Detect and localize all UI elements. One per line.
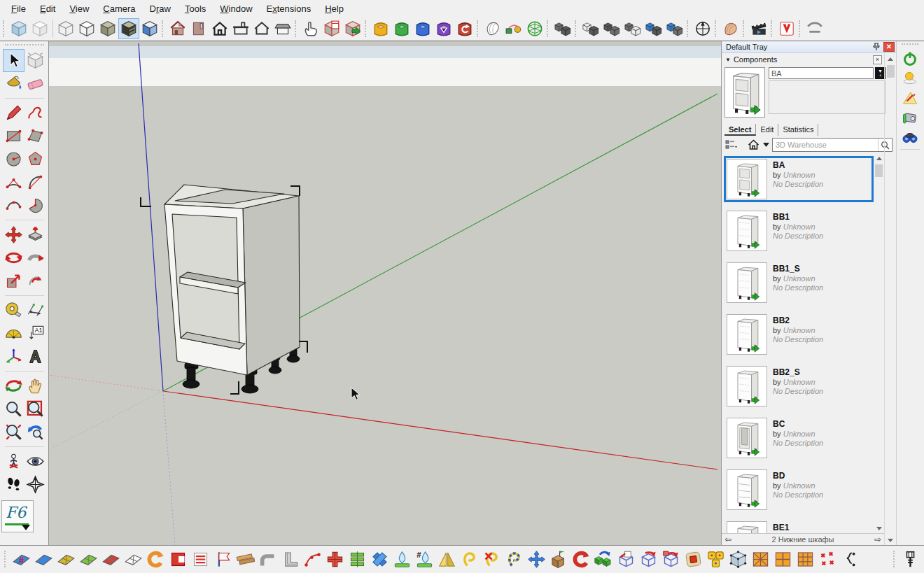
make-component-icon[interactable] xyxy=(24,49,46,72)
toolbar-drag-handle[interactable] xyxy=(5,44,44,48)
box-rotate-icon[interactable] xyxy=(637,548,659,570)
solid-trim-icon[interactable] xyxy=(622,18,643,39)
component-description-box[interactable] xyxy=(769,80,886,114)
model-viewport[interactable] xyxy=(49,41,721,545)
component-name-input[interactable] xyxy=(769,67,874,79)
arc-entities-icon[interactable] xyxy=(503,18,524,39)
sphere-wire-icon[interactable] xyxy=(524,18,545,39)
toolbar-drag-handle[interactable] xyxy=(715,20,718,37)
style-wireframe-icon[interactable] xyxy=(55,18,76,39)
move-blue-icon[interactable] xyxy=(525,548,547,570)
component-list-item[interactable]: BB1_S by Unknown No Description xyxy=(724,260,874,306)
list-scroll-thumb[interactable] xyxy=(875,164,883,177)
arc-2pt-icon[interactable] xyxy=(3,171,24,194)
square-notch-icon[interactable] xyxy=(167,548,189,570)
tray-scroll-up-icon[interactable] xyxy=(886,55,895,64)
follow-me-icon[interactable] xyxy=(24,246,46,269)
tape-measure-icon[interactable] xyxy=(3,299,24,322)
walk-icon[interactable] xyxy=(3,473,24,496)
components-close-icon[interactable]: × xyxy=(873,55,882,64)
arc-icon[interactable] xyxy=(24,171,46,194)
cube-points-icon[interactable] xyxy=(727,548,749,570)
text-3d-icon[interactable] xyxy=(24,345,46,368)
protractor-icon[interactable] xyxy=(3,322,24,345)
drop-icon[interactable] xyxy=(391,548,413,570)
box-paste-icon[interactable] xyxy=(615,548,637,570)
tray-scrollbar[interactable] xyxy=(884,53,896,545)
component-list-item[interactable]: BE1 by Unknown No Description xyxy=(724,518,874,533)
zoom-window-icon[interactable] xyxy=(24,397,46,420)
tab-edit[interactable]: Edit xyxy=(756,124,778,136)
home-button[interactable] xyxy=(747,138,760,152)
tray-close-button[interactable]: ✕ xyxy=(883,42,895,52)
grid-2-icon[interactable] xyxy=(771,548,794,570)
collapse-arrow-icon[interactable]: ▼ xyxy=(725,57,731,63)
plane-hash-icon[interactable]: # xyxy=(10,548,32,570)
toolbar-drag-handle[interactable] xyxy=(743,20,746,37)
cross-red-icon[interactable] xyxy=(323,548,346,570)
position-camera-icon[interactable] xyxy=(3,450,24,473)
plane-gold-icon[interactable] xyxy=(55,548,77,570)
component-list-scrollbar[interactable] xyxy=(874,154,884,533)
vray-icon[interactable] xyxy=(776,18,797,39)
flag-icon[interactable] xyxy=(211,548,234,570)
menu-edit[interactable]: Edit xyxy=(33,1,62,16)
view-front-icon[interactable] xyxy=(412,18,433,39)
style-shaded-textures-icon[interactable] xyxy=(118,18,139,39)
axes-tool-icon[interactable] xyxy=(3,345,24,368)
view-right-icon[interactable] xyxy=(433,18,454,39)
home-dark-icon[interactable] xyxy=(209,18,230,39)
toolbar-drag-handle[interactable] xyxy=(3,20,6,37)
text-tool-icon[interactable]: A1 xyxy=(24,322,46,345)
collection-prev-icon[interactable]: ⇦ xyxy=(724,535,732,544)
solid-intersect-icon[interactable] xyxy=(643,18,664,39)
rectangle-icon[interactable] xyxy=(3,125,24,148)
home-outline-icon[interactable] xyxy=(251,18,272,39)
circle-tool-icon[interactable] xyxy=(3,148,24,171)
plane-green-icon[interactable] xyxy=(77,548,99,570)
pie-icon[interactable] xyxy=(24,194,46,217)
style-shaded-icon[interactable] xyxy=(97,18,118,39)
home-gray-icon[interactable] xyxy=(272,18,293,39)
menu-help[interactable]: Help xyxy=(318,1,351,16)
tab-select[interactable]: Select xyxy=(724,124,756,136)
pad-red-icon[interactable] xyxy=(682,548,704,570)
toolbar-drag-handle[interactable] xyxy=(799,20,802,37)
collection-next-icon[interactable]: ⇨ xyxy=(874,535,881,544)
menu-camera[interactable]: Camera xyxy=(96,1,142,16)
dot-polyline-icon[interactable] xyxy=(301,548,323,570)
component-list-item[interactable]: BB1 by Unknown No Description xyxy=(724,208,874,254)
component-box-icon[interactable] xyxy=(188,18,209,39)
rotated-rectangle-icon[interactable] xyxy=(24,125,46,148)
shell-tool-icon[interactable] xyxy=(720,18,741,39)
tiles-x-icon[interactable] xyxy=(368,548,391,570)
solid-single-icon[interactable] xyxy=(552,18,573,39)
soften-edges-icon[interactable] xyxy=(482,18,503,39)
fredo6-plugin-button[interactable]: F6 xyxy=(1,500,34,532)
style-xray-icon[interactable] xyxy=(8,18,29,39)
shadows-icon[interactable] xyxy=(900,69,920,88)
rotate-tool-icon[interactable] xyxy=(3,246,24,269)
pin-icon[interactable] xyxy=(871,42,882,52)
home-flat-icon[interactable] xyxy=(230,18,251,39)
offset-icon[interactable] xyxy=(24,269,46,292)
component-list-item[interactable]: BB2 by Unknown No Description xyxy=(724,311,874,358)
view-options-button[interactable] xyxy=(724,138,738,152)
plane-blue-icon[interactable] xyxy=(32,548,55,570)
plugin-power-icon[interactable] xyxy=(900,49,920,69)
nav-compass-icon[interactable] xyxy=(24,473,46,496)
zoom-icon[interactable] xyxy=(3,397,24,420)
swirl-red-icon[interactable] xyxy=(570,548,592,570)
pole-tool-icon[interactable] xyxy=(899,548,921,570)
style-back-edges-icon[interactable] xyxy=(29,18,50,39)
sandbox-curve-icon[interactable] xyxy=(804,18,825,39)
square-lines-icon[interactable] xyxy=(189,548,211,570)
toolbar-drag-handle[interactable] xyxy=(547,20,550,37)
drop-hash-icon[interactable]: # xyxy=(413,548,435,570)
compass-north-icon[interactable] xyxy=(692,18,713,39)
menu-draw[interactable]: Draw xyxy=(143,1,178,16)
scale-tool-icon[interactable] xyxy=(3,269,24,292)
boxes-green-arrow-icon[interactable] xyxy=(592,548,615,570)
orbit-icon[interactable] xyxy=(3,374,24,397)
sketch-style-icon[interactable] xyxy=(900,88,920,108)
